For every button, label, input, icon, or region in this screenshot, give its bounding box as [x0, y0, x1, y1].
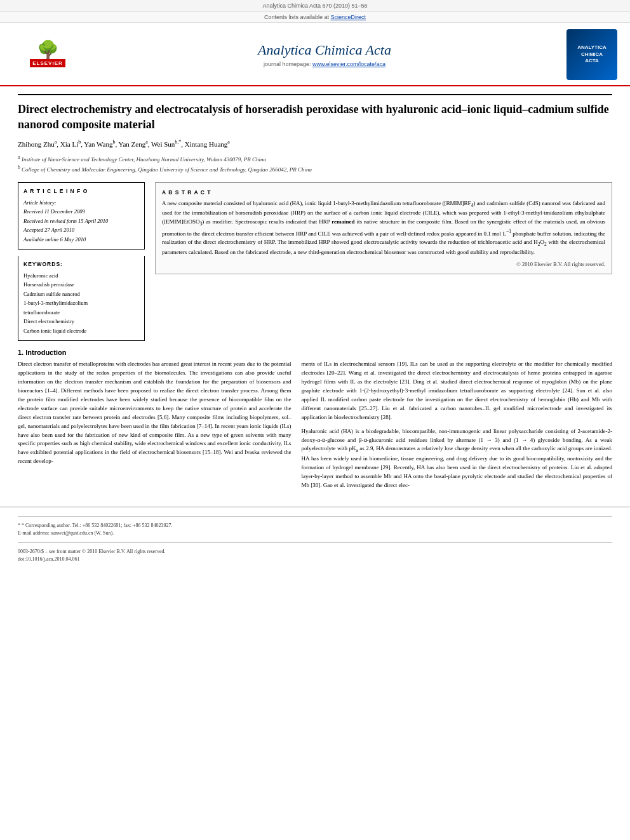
journal-citation-bar: Analytica Chimica Acta 670 (2010) 51–56 [0, 0, 630, 12]
authors-line: Zhihong Zhua, Xia Lib, Yan Wangb, Yan Ze… [18, 139, 612, 150]
elsevier-tree-icon: 🌳 [37, 41, 59, 59]
affiliation-a: a Institute of Nano-Science and Technolo… [18, 154, 612, 164]
accepted-date: Accepted 27 April 2010 [23, 225, 139, 234]
journal-homepage-link[interactable]: www.elsevier.com/locate/aca [312, 61, 385, 67]
journal-right-logo: ANALYTICACHIMICAACTA [566, 29, 617, 80]
intro-right-col: ments of ILs in electrochemical sensors … [302, 360, 612, 490]
abstract-box: A B S T R A C T A new composite material… [155, 182, 612, 274]
corresponding-author-note: * * Corresponding author. Tel.: +86 532 … [18, 522, 612, 530]
keywords-list: Hyaluronic acid Horseradish peroxidase C… [23, 271, 139, 335]
doi-note: doi:10.1016/j.aca.2010.04.061 [18, 556, 612, 563]
keyword-6: Carbon ionic liquid electrode [23, 326, 139, 335]
left-column: A R T I C L E I N F O Article history: R… [18, 182, 145, 341]
two-column-layout: A R T I C L E I N F O Article history: R… [18, 182, 612, 341]
author-zhihong: Zhihong Zhua, Xia Lib, Yan Wangb, Yan Ze… [18, 140, 230, 148]
keyword-4: 1-butyl-3-methylimidazoliumtetrafluorobo… [23, 298, 139, 317]
sciencedirect-link[interactable]: ScienceDirect [331, 14, 366, 20]
keyword-1: Hyaluronic acid [23, 271, 139, 280]
keyword-2: Horseradish peroxidase [23, 280, 139, 289]
journal-name: Analytica Chimica Acta [83, 42, 566, 58]
keyword-3: Cadmium sulfide nanorod [23, 290, 139, 298]
history-heading: Article history: [23, 198, 139, 207]
elsevier-logo: 🌳 ELSEVIER [13, 41, 83, 69]
introduction-heading: 1. Introduction [18, 349, 612, 356]
keywords-heading: Keywords: [23, 261, 139, 267]
intro-para-3: Hyaluronic acid (HA) is a biodegradable,… [302, 427, 612, 490]
article-info-heading: A R T I C L E I N F O [23, 188, 139, 194]
footer-divider [18, 516, 612, 517]
article-info-box: A R T I C L E I N F O Article history: R… [18, 182, 145, 250]
footer: * * Corresponding author. Tel.: +86 532 … [0, 507, 630, 567]
intro-left-col: Direct electron transfer of metalloprote… [18, 360, 292, 490]
keywords-box: Keywords: Hyaluronic acid Horseradish pe… [18, 256, 145, 341]
available-date: Available online 6 May 2010 [23, 235, 139, 244]
affiliations-block: a Institute of Nano-Science and Technolo… [18, 154, 612, 175]
homepage-label: journal homepage: [264, 61, 311, 67]
right-logo-text: ANALYTICACHIMICAACTA [577, 44, 606, 64]
journal-homepage-bar: journal homepage: www.elsevier.com/locat… [83, 61, 566, 67]
journal-header: 🌳 ELSEVIER Analytica Chimica Acta journa… [0, 23, 630, 86]
article-title: Direct electrochemistry and electrocatal… [18, 94, 612, 133]
journal-citation: Analytica Chimica Acta 670 (2010) 51–56 [262, 3, 367, 9]
email-note: E-mail address: sunwei@qust.edu.cn (W. S… [18, 530, 612, 537]
contents-bar: Contents lists available at ScienceDirec… [0, 12, 630, 23]
article-history: Article history: Received 11 December 20… [23, 198, 139, 244]
footer-divider-2 [18, 542, 612, 543]
intro-para-1: Direct electron transfer of metalloprote… [18, 360, 292, 466]
revised-date: Received in revised form 15 April 2010 [23, 217, 139, 225]
intro-para-2: ments of ILs in electrochemical sensors … [302, 360, 612, 422]
right-column: A B S T R A C T A new composite material… [155, 182, 612, 341]
email-value: sunwei@qust.edu.cn (W. Sun). [51, 530, 114, 536]
corresponding-label: * Corresponding author. Tel.: +86 532 84… [22, 523, 172, 528]
abstract-heading: A B S T R A C T [162, 189, 605, 196]
affiliation-b: b College of Chemistry and Molecular Eng… [18, 164, 612, 175]
keyword-5: Direct electrochemistry [23, 317, 139, 326]
elsevier-wordmark: ELSEVIER [30, 59, 65, 67]
contents-label: Contents lists available at [264, 14, 329, 20]
email-label: E-mail address: [18, 530, 50, 536]
introduction-two-col: Direct electron transfer of metalloprote… [18, 360, 612, 490]
article-content: Direct electrochemistry and electrocatal… [0, 86, 630, 507]
copyright-line: © 2010 Elsevier B.V. All rights reserved… [162, 261, 605, 267]
journal-title-block: Analytica Chimica Acta journal homepage:… [83, 42, 566, 67]
received-date: Received 11 December 2009 [23, 207, 139, 216]
issn-note: 0003-2670/$ – see front matter © 2010 El… [18, 548, 612, 556]
abstract-text: A new composite material consisted of hy… [162, 199, 605, 257]
